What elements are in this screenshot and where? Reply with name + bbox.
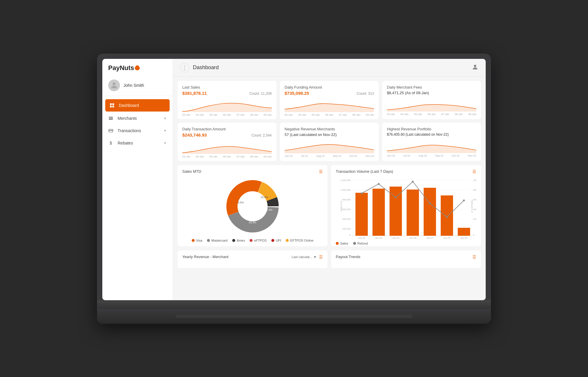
- legend-label: Amex: [237, 239, 245, 242]
- stat-value: $243,746.93: [182, 132, 207, 137]
- chevron-down-icon: ▼: [163, 117, 167, 120]
- menu-icon: [108, 116, 113, 121]
- yearly-revenue-title: Yearly Revenue - Merchant: [182, 255, 228, 259]
- stat-dates: 03-Jan04-Jan05-Jan06-Jan07-Jan08-Jan09-J…: [285, 113, 374, 116]
- refund-point: [361, 192, 363, 194]
- sidebar-item-rebates[interactable]: $ Rebates ▼: [102, 137, 173, 149]
- bar-jan04: [372, 189, 385, 236]
- more-options-button[interactable]: ⋮: [180, 63, 189, 72]
- sales-dot: [336, 242, 339, 245]
- bottom-row: Yearly Revenue - Merchant Last calculat.…: [173, 250, 486, 272]
- stat-title: Highest Revenue Portfolio: [387, 127, 476, 131]
- svg-text:8000: 8000: [473, 189, 476, 191]
- svg-text:1,000,000: 1,000,000: [340, 189, 351, 191]
- stat-count: Count: 313: [357, 92, 374, 96]
- stat-value: $735,098.25: [285, 91, 309, 96]
- sidebar: PayNuts John Smith: [102, 59, 173, 300]
- svg-rect-9: [109, 130, 113, 131]
- main-content: ⋮ Dashboard Last Sales: [173, 59, 486, 300]
- stats-grid: Last Sales $381,878.11 Count: 11,209: [173, 77, 486, 165]
- stat-card-merchant-fees: Daily Merchant Fees $8,471.25 (As of 09-…: [382, 81, 481, 119]
- topbar-user-button[interactable]: [472, 64, 479, 72]
- stat-dates: 03-Jan04-Jan05-Jan06-Jan07-Jan08-Jan09-J…: [387, 113, 476, 116]
- topbar-left: ⋮ Dashboard: [180, 63, 219, 72]
- legend-item-mastercard: Mastercard: [207, 239, 228, 242]
- svg-text:800,000: 800,000: [342, 198, 351, 201]
- svg-text:Jan-05: Jan-05: [392, 237, 400, 239]
- topbar: ⋮ Dashboard: [173, 59, 486, 77]
- stat-value: $8,471.25 (As of 09-Jan): [387, 91, 429, 95]
- legend-item-amex: Amex: [232, 239, 245, 242]
- stat-value: 57 (Last calculated on Nov-22): [285, 132, 337, 137]
- avatar-icon: [110, 81, 118, 90]
- sidebar-item-transactions[interactable]: Transactions ▼: [102, 124, 173, 137]
- card-icon: [108, 128, 113, 133]
- svg-text:6.5%: 6.5%: [238, 201, 244, 204]
- avatar: [108, 79, 120, 91]
- chart-title: Sales MTD: [182, 169, 201, 174]
- dropdown-label: Last calculat...: [292, 255, 312, 259]
- svg-text:400,000: 400,000: [342, 218, 351, 220]
- legend-refund: Refund: [353, 242, 368, 245]
- stat-dates: Jun-22Jul-22Aug-22Sep-22Oct-22Nov-22: [387, 154, 476, 157]
- payout-trends-card: Payout Trends ☰: [331, 250, 481, 268]
- dropdown-arrow-icon: ▼: [313, 255, 317, 259]
- svg-rect-6: [109, 118, 113, 119]
- keyboard-strip: [176, 315, 412, 318]
- last-calculated-dropdown[interactable]: Last calculat... ▼: [292, 255, 317, 259]
- stat-card-daily-transaction: Daily Transaction Amount $243,746.93 Cou…: [178, 123, 276, 161]
- svg-text:Jan-03: Jan-03: [358, 237, 365, 239]
- legend-label: EFTPOS Online: [290, 239, 313, 242]
- svg-text:Refund in $: Refund in $: [471, 200, 473, 212]
- visa-dot: [192, 239, 195, 242]
- sidebar-item-merchants[interactable]: Merchants ▼: [102, 112, 173, 124]
- svg-text:200,000: 200,000: [342, 227, 351, 230]
- bar-jan06: [407, 190, 419, 236]
- bar-jan09: [458, 228, 470, 236]
- sidebar-item-dashboard[interactable]: Dashboard: [105, 99, 170, 112]
- svg-text:600,000: 600,000: [342, 208, 351, 211]
- legend-label: eFTPOS: [254, 239, 267, 242]
- legend-label: Visa: [196, 239, 202, 242]
- stat-card-last-sales: Last Sales $381,878.11 Count: 11,209: [178, 81, 276, 119]
- charts-row: Sales MTD ☰: [173, 165, 486, 250]
- bar-chart-container: 1,200,000 1,000,000 800,000 600,000 400,…: [336, 177, 476, 242]
- sparkline-chart: [387, 138, 476, 153]
- svg-text:Jan-07: Jan-07: [426, 237, 434, 239]
- svg-text:Sales in $: Sales in $: [340, 201, 343, 211]
- stat-title: Negative Revenue Merchants: [285, 127, 374, 131]
- sales-mtd-chart: Sales MTD ☰: [178, 165, 328, 246]
- stat-value: $381,878.11: [182, 91, 207, 96]
- refund-dot: [353, 242, 356, 245]
- sparkline-chart: [387, 97, 476, 112]
- refund-point: [446, 216, 448, 218]
- chart-menu-icon[interactable]: ☰: [319, 255, 323, 259]
- legend-label: Mastercard: [211, 239, 228, 242]
- user-name: John Smith: [123, 83, 144, 88]
- amex-dot: [232, 239, 235, 242]
- stat-title: Daily Merchant Fees: [387, 85, 476, 89]
- transaction-volume-chart: Transaction Volume (Last 7 Days) ☰ 1,200…: [331, 165, 481, 246]
- chart-menu-icon[interactable]: ☰: [472, 169, 476, 174]
- svg-rect-1: [110, 103, 112, 105]
- svg-text:10000: 10000: [473, 179, 476, 182]
- svg-rect-7: [109, 119, 113, 120]
- sparkline-chart: [182, 139, 272, 154]
- upi-dot: [271, 239, 274, 242]
- sidebar-item-label: Rebates: [118, 141, 133, 145]
- stat-card-daily-funding: Daily Funding Amount $735,098.25 Count: …: [280, 81, 379, 119]
- chart-menu-icon[interactable]: ☰: [319, 169, 323, 174]
- donut-chart-svg: 6.5% 13.4% 36.4% 43.3%: [223, 177, 282, 236]
- svg-text:Jan-06: Jan-06: [409, 237, 417, 239]
- stat-dates: 03-Jan04-Jan05-Jan06-Jan07-Jan08-Jan09-J…: [182, 113, 272, 116]
- mastercard-dot: [207, 239, 210, 242]
- refund-point: [463, 200, 465, 201]
- eftpos-dot: [250, 239, 253, 242]
- sparkline-chart: [182, 97, 272, 112]
- stat-value: $76,405.60 (Last calculated on Nov-22): [387, 132, 449, 137]
- bar-jan08: [441, 195, 453, 236]
- chevron-down-icon: ▼: [163, 141, 167, 145]
- user-section: John Smith: [102, 75, 173, 96]
- stat-title: Daily Transaction Amount: [182, 127, 272, 131]
- chart-menu-icon[interactable]: ☰: [472, 255, 476, 259]
